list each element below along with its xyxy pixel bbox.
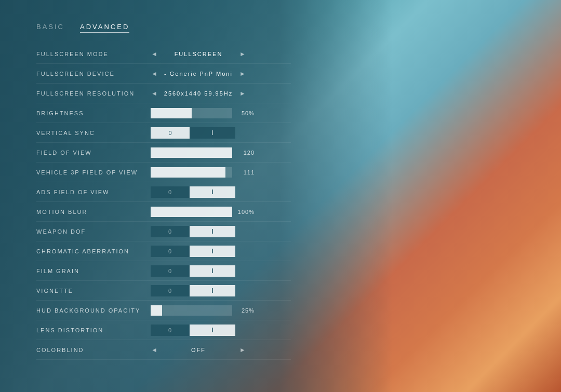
slider-track-motion-blur[interactable] <box>151 207 232 217</box>
setting-control-ads-fov: 0I <box>151 186 291 198</box>
toggle-chromatic-aberration[interactable]: 0I <box>151 246 236 257</box>
setting-row-vertical-sync: VERTICAL SYNC0I <box>36 123 291 143</box>
toggle-on-chromatic-aberration[interactable]: I <box>190 246 235 257</box>
settings-scroll-area: FULLSCREEN MODE◄FULLSCREEN►FULLSCREEN DE… <box>36 44 291 371</box>
selector-value-fullscreen-resolution: 2560x1440 59.95Hz <box>162 90 235 97</box>
setting-row-fullscreen-mode: FULLSCREEN MODE◄FULLSCREEN► <box>36 44 291 64</box>
toggle-off-weapon-dof[interactable]: 0 <box>151 226 190 237</box>
toggle-on-weapon-dof[interactable]: I <box>190 226 235 237</box>
setting-label-fullscreen-mode: FULLSCREEN MODE <box>36 51 151 57</box>
setting-control-colorblind: ◄OFF► <box>151 346 291 354</box>
selector-value-fullscreen-mode: FULLSCREEN <box>162 51 235 57</box>
slider-fill-brightness <box>151 108 192 118</box>
setting-row-film-grain: FILM GRAIN0I <box>36 261 291 281</box>
setting-label-motion-blur: MOTION BLUR <box>36 209 151 215</box>
slider-container-field-of-view[interactable]: 120 <box>151 147 255 158</box>
slider-value-brightness: 50% <box>236 110 255 116</box>
setting-row-hud-bg-opacity: HUD BACKGROUND OPACITY25% <box>36 301 291 320</box>
left-arrow-colorblind[interactable]: ◄ <box>151 346 158 354</box>
settings-panel: BASIC ADVANCED FULLSCREEN MODE◄FULLSCREE… <box>0 0 291 392</box>
selector-value-fullscreen-device: - Generic PnP Moni <box>162 71 235 77</box>
toggle-off-ads-fov[interactable]: 0 <box>151 186 190 198</box>
slider-fill-vehicle-fov <box>151 167 225 178</box>
setting-label-fullscreen-device: FULLSCREEN DEVICE <box>36 71 151 77</box>
setting-label-colorblind: COLORBLIND <box>36 347 151 353</box>
setting-label-vehicle-fov: VEHICLE 3P FIELD OF VIEW <box>36 169 151 175</box>
toggle-lens-distortion[interactable]: 0I <box>151 325 236 336</box>
toggle-vsync-on-vertical-sync[interactable]: I <box>190 127 235 139</box>
setting-row-vehicle-fov: VEHICLE 3P FIELD OF VIEW111 <box>36 163 291 182</box>
toggle-on-lens-distortion[interactable]: I <box>190 325 235 336</box>
selector-fullscreen-device: ◄- Generic PnP Moni► <box>151 70 246 77</box>
toggle-vsync-vertical-sync[interactable]: 0I <box>151 127 236 139</box>
tab-advanced[interactable]: ADVANCED <box>80 23 129 33</box>
toggle-off-lens-distortion[interactable]: 0 <box>151 325 190 336</box>
setting-label-weapon-dof: WEAPON DOF <box>36 228 151 235</box>
setting-row-fullscreen-resolution: FULLSCREEN RESOLUTION◄2560x1440 59.95Hz► <box>36 84 291 103</box>
slider-container-motion-blur[interactable]: 100% <box>151 207 255 217</box>
left-arrow-fullscreen-resolution[interactable]: ◄ <box>151 90 158 97</box>
setting-row-motion-blur: MOTION BLUR100% <box>36 202 291 222</box>
left-arrow-fullscreen-device[interactable]: ◄ <box>151 70 158 77</box>
selector-value-colorblind: OFF <box>162 347 235 353</box>
setting-row-chromatic-aberration: CHROMATIC ABERRATION0I <box>36 241 291 261</box>
slider-container-hud-bg-opacity[interactable]: 25% <box>151 305 255 316</box>
toggle-on-ads-fov[interactable]: I <box>190 186 235 198</box>
setting-control-hud-bg-opacity: 25% <box>151 305 291 316</box>
setting-row-field-of-view: FIELD OF VIEW120 <box>36 143 291 163</box>
setting-label-fullscreen-resolution: FULLSCREEN RESOLUTION <box>36 90 151 97</box>
toggle-on-film-grain[interactable]: I <box>190 265 235 277</box>
slider-container-brightness[interactable]: 50% <box>151 108 255 118</box>
left-arrow-fullscreen-mode[interactable]: ◄ <box>151 50 158 58</box>
tab-bar: BASIC ADVANCED <box>36 23 291 33</box>
setting-row-vignette: VIGNETTE0I <box>36 281 291 301</box>
setting-label-hud-bg-opacity: HUD BACKGROUND OPACITY <box>36 307 151 314</box>
toggle-on-vignette[interactable]: I <box>190 285 235 296</box>
setting-control-weapon-dof: 0I <box>151 226 291 237</box>
slider-value-motion-blur: 100% <box>236 209 255 215</box>
toggle-vignette[interactable]: 0I <box>151 285 236 296</box>
setting-control-fullscreen-mode: ◄FULLSCREEN► <box>151 50 291 58</box>
setting-control-vignette: 0I <box>151 285 291 296</box>
setting-row-weapon-dof: WEAPON DOF0I <box>36 222 291 241</box>
right-arrow-fullscreen-resolution[interactable]: ► <box>239 90 246 97</box>
slider-container-vehicle-fov[interactable]: 111 <box>151 167 255 178</box>
toggle-off-vignette[interactable]: 0 <box>151 285 190 296</box>
setting-control-field-of-view: 120 <box>151 147 291 158</box>
slider-track-field-of-view[interactable] <box>151 147 232 158</box>
right-arrow-colorblind[interactable]: ► <box>239 346 246 354</box>
setting-control-fullscreen-device: ◄- Generic PnP Moni► <box>151 70 291 77</box>
right-arrow-fullscreen-device[interactable]: ► <box>239 70 246 77</box>
toggle-off-film-grain[interactable]: 0 <box>151 265 190 277</box>
setting-control-brightness: 50% <box>151 108 291 118</box>
tab-basic[interactable]: BASIC <box>36 23 64 33</box>
slider-fill-motion-blur <box>151 207 232 217</box>
slider-track-hud-bg-opacity[interactable] <box>151 305 232 316</box>
slider-value-field-of-view: 120 <box>236 150 255 156</box>
slider-fill-hud-bg-opacity <box>151 305 162 316</box>
setting-row-brightness: BRIGHTNESS50% <box>36 103 291 123</box>
setting-label-lens-distortion: LENS DISTORTION <box>36 327 151 333</box>
setting-label-ads-fov: ADS FIELD OF VIEW <box>36 189 151 195</box>
right-arrow-fullscreen-mode[interactable]: ► <box>239 50 246 58</box>
setting-control-fullscreen-resolution: ◄2560x1440 59.95Hz► <box>151 90 291 97</box>
toggle-film-grain[interactable]: 0I <box>151 265 236 277</box>
slider-value-hud-bg-opacity: 25% <box>236 307 255 314</box>
selector-colorblind: ◄OFF► <box>151 346 246 354</box>
slider-track-vehicle-fov[interactable] <box>151 167 232 178</box>
selector-fullscreen-mode: ◄FULLSCREEN► <box>151 50 246 58</box>
setting-label-vignette: VIGNETTE <box>36 288 151 294</box>
setting-control-vertical-sync: 0I <box>151 127 291 139</box>
setting-label-field-of-view: FIELD OF VIEW <box>36 150 151 156</box>
setting-control-chromatic-aberration: 0I <box>151 246 291 257</box>
setting-control-motion-blur: 100% <box>151 207 291 217</box>
setting-row-fullscreen-device: FULLSCREEN DEVICE◄- Generic PnP Moni► <box>36 64 291 84</box>
toggle-ads-fov[interactable]: 0I <box>151 186 236 198</box>
selector-fullscreen-resolution: ◄2560x1440 59.95Hz► <box>151 90 246 97</box>
toggle-vsync-off-vertical-sync[interactable]: 0 <box>151 127 190 139</box>
toggle-off-chromatic-aberration[interactable]: 0 <box>151 246 190 257</box>
setting-label-brightness: BRIGHTNESS <box>36 110 151 116</box>
slider-track-brightness[interactable] <box>151 108 232 118</box>
setting-control-film-grain: 0I <box>151 265 291 277</box>
toggle-weapon-dof[interactable]: 0I <box>151 226 236 237</box>
